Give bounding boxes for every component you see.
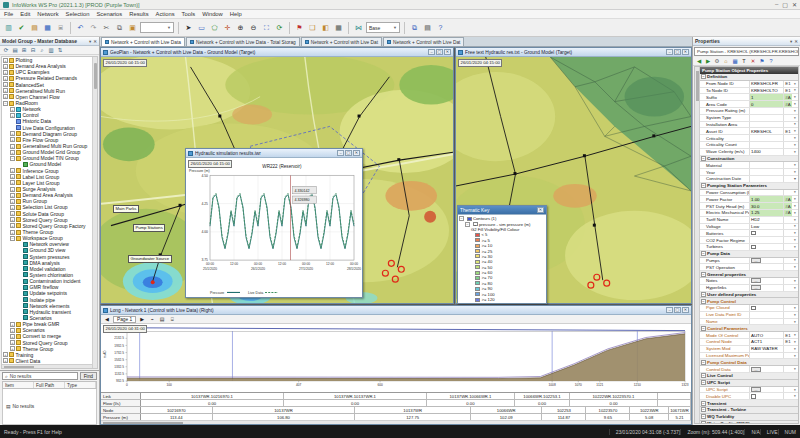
explorer-search-input[interactable]: ⌕ No results (2, 372, 78, 380)
tree-expander-icon[interactable]: + (10, 211, 15, 216)
chevron-down-icon[interactable]: ▾ (792, 265, 798, 269)
tree-expander-icon[interactable]: + (10, 334, 15, 339)
property-section-control-parameters[interactable]: −Control Parameters (700, 325, 798, 332)
property-row[interactable]: Pipe Closed▾ (700, 305, 798, 312)
property-row[interactable]: Notes...▾ (700, 278, 798, 285)
property-flag[interactable] (783, 393, 792, 399)
section-expander-icon[interactable]: − (701, 326, 706, 331)
checkbox[interactable] (751, 231, 756, 236)
property-flag[interactable]: E1 (783, 128, 792, 134)
freetext-minimize-button[interactable]: – (666, 49, 673, 55)
property-flag[interactable]: #A (783, 203, 792, 209)
tree-horizontal-scrollbar[interactable] (2, 364, 92, 368)
property-value[interactable]: RAW WATER (749, 346, 783, 352)
tree-expander-icon[interactable]: + (10, 340, 15, 345)
tree-expander-icon[interactable]: + (3, 82, 8, 87)
property-flag[interactable] (783, 115, 792, 121)
checkbox[interactable] (751, 394, 756, 399)
refresh-icon[interactable]: ⟳ (274, 22, 285, 34)
property-flag[interactable] (783, 264, 792, 270)
property-section-definition[interactable]: −Definition (700, 74, 798, 81)
document-tab-2[interactable]: Network + Control with Live Data - Total… (186, 37, 300, 46)
property-value[interactable] (749, 190, 783, 196)
property-value[interactable]: Low (749, 224, 783, 230)
chevron-down-icon[interactable]: ▾ (792, 367, 798, 371)
graph-restore-button[interactable]: ▢ (345, 150, 352, 156)
property-flag[interactable] (783, 162, 792, 168)
property-row[interactable]: Construction Date▼ (700, 176, 798, 183)
find-combo[interactable]: ▼ (140, 22, 174, 33)
document-tab-3[interactable]: Network + Control with Live Dat (301, 37, 382, 46)
commit-icon[interactable]: ✔ (16, 22, 27, 34)
property-section-wq-turbidity[interactable]: −WQ Turbidity (700, 414, 798, 421)
chevron-down-icon[interactable]: ▾ (792, 150, 798, 154)
paste-icon[interactable]: ▣ (127, 22, 138, 34)
tree-expander-icon[interactable]: + (10, 144, 15, 149)
chevron-down-icon[interactable]: ▾ (792, 306, 798, 310)
tree-expander-icon[interactable]: + (10, 187, 15, 192)
property-row[interactable]: Year▾ (700, 169, 798, 176)
property-flag[interactable] (783, 237, 792, 243)
menu-tools[interactable]: Tools (182, 11, 196, 17)
tree-expander-icon[interactable]: − (10, 236, 15, 241)
prop-grid-icon[interactable]: ▦ (731, 57, 739, 65)
property-row[interactable]: CO2 Factor Regime▾ (700, 237, 798, 244)
chevron-down-icon[interactable]: ▾ (792, 313, 798, 317)
property-value[interactable]: HD2 (749, 217, 783, 223)
chevron-down-icon[interactable]: ▾ (792, 218, 798, 222)
section-expander-icon[interactable]: − (701, 272, 706, 277)
section-export-icon[interactable]: ▤ (158, 315, 166, 323)
section-expander-icon[interactable]: − (701, 251, 706, 256)
long-section-titlebar[interactable]: Long - Network 1 (Control with Live Data… (101, 306, 691, 315)
property-flag[interactable] (783, 149, 792, 155)
property-section-pump-control-data[interactable]: −Pump Control Data (700, 359, 798, 366)
property-flag[interactable] (783, 312, 792, 318)
property-row[interactable]: System ModRAW WATER▾ (700, 346, 798, 353)
chevron-down-icon[interactable]: ▾ (792, 211, 798, 215)
section-expander-icon[interactable]: − (701, 414, 706, 419)
property-row[interactable]: Criticality Count▾ (700, 142, 798, 149)
chevron-down-icon[interactable]: ▾ (792, 163, 798, 167)
minimize-button[interactable]: – (775, 1, 778, 8)
prop-home-icon[interactable]: ⌂ (722, 57, 730, 65)
section-expander-icon[interactable]: − (701, 299, 706, 304)
print-icon[interactable]: ⌸ (55, 22, 66, 34)
property-row[interactable]: Control NodeACT1E1▾ (700, 339, 798, 346)
property-row[interactable]: UPC Script...▾ (700, 387, 798, 394)
thematic-key-window[interactable]: Thematic Key ✕ −Contours (1)−◔pressure -… (457, 205, 547, 304)
chevron-down-icon[interactable]: ▾ (792, 340, 798, 344)
prop-delete-icon[interactable]: ✕ (749, 57, 757, 65)
table-row-link[interactable]: Link10137WR.10216970.110137WR.10137WR.11… (101, 393, 691, 400)
chevron-down-icon[interactable]: ▾ (792, 82, 798, 86)
section-expander-icon[interactable]: − (701, 373, 706, 378)
page-next-icon[interactable]: ▶ (138, 315, 146, 323)
property-flag[interactable] (783, 353, 792, 359)
property-row[interactable]: PST Operation▾ (700, 264, 798, 271)
search-column-type[interactable]: Type (65, 382, 96, 388)
base-combo[interactable]: Base▼ (366, 22, 400, 33)
chevron-down-icon[interactable]: ▾ (792, 129, 798, 133)
copy-icon[interactable]: ⧉ (114, 22, 125, 34)
document-tab-1[interactable]: Network + Control with Live Data (101, 37, 185, 46)
property-row[interactable]: Power Consumption (kWh)▾ (700, 190, 798, 197)
menu-scenarios[interactable]: Scenarios (96, 11, 122, 17)
chevron-down-icon[interactable]: ▾ (792, 122, 798, 126)
section-close-button[interactable]: ✕ (682, 307, 689, 313)
long-section-profile-chart[interactable]: m AD2432.52332.52132.51932.51732.51532.5… (101, 324, 691, 392)
flag-icon[interactable]: ⚑ (294, 22, 305, 34)
property-flag[interactable]: #A (783, 94, 792, 100)
prop-forward-icon[interactable]: ▶ (704, 57, 712, 65)
property-flag[interactable] (783, 285, 792, 291)
tree-refresh-icon[interactable]: ⟳ (2, 46, 10, 54)
property-value[interactable] (749, 312, 783, 318)
property-value[interactable]: 1 (749, 94, 783, 100)
chevron-down-icon[interactable]: ▾ (792, 279, 798, 283)
prop-flag-icon[interactable]: ⚑ (758, 57, 766, 65)
property-row[interactable]: Batteries▾ (700, 230, 798, 237)
property-value[interactable] (749, 393, 783, 399)
open-grid-button[interactable]: ... (751, 278, 761, 283)
chevron-down-icon[interactable]: ▾ (792, 95, 798, 99)
property-flag[interactable] (783, 108, 792, 114)
tree-expander-icon[interactable]: + (10, 180, 15, 185)
zoom-in-icon[interactable]: ⊕ (235, 22, 246, 34)
